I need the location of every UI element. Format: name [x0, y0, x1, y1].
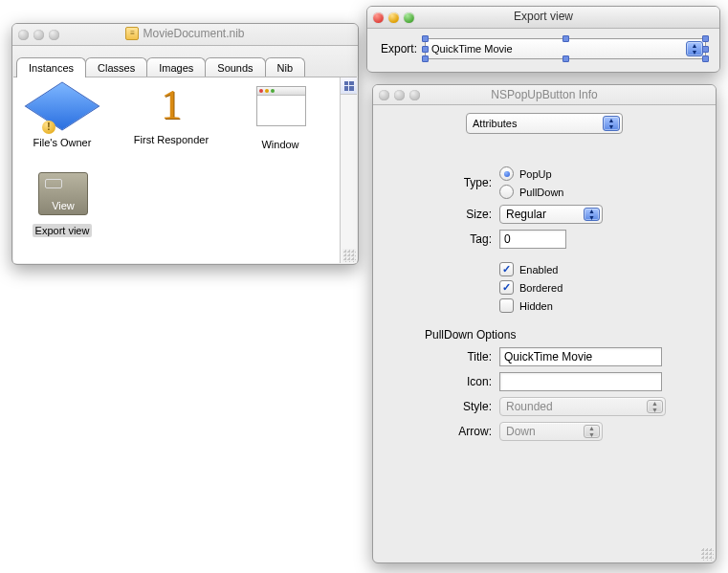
- nib-document-window: ≡ MovieDocument.nib Instances Classes Im…: [11, 23, 359, 265]
- minimize-icon[interactable]: [33, 30, 44, 40]
- item-label: Export view: [33, 224, 93, 237]
- pulldown-style-popup[interactable]: Rounded: [499, 397, 666, 416]
- window-icon: [256, 86, 306, 126]
- export-view-item[interactable]: View Export view: [19, 167, 105, 237]
- type-popup-radio[interactable]: PopUp: [499, 166, 673, 181]
- type-pulldown-radio[interactable]: PullDown: [499, 185, 673, 199]
- resize-handle[interactable]: [700, 547, 714, 561]
- radio-label: PopUp: [519, 168, 552, 180]
- pulldown-arrow-popup[interactable]: Down: [499, 422, 603, 441]
- export-view-window: Export view Export: QuickTime Movie: [366, 6, 720, 73]
- type-label: Type:: [425, 176, 492, 189]
- zoom-icon[interactable]: [49, 30, 59, 40]
- item-label: Window: [258, 138, 301, 151]
- export-label: Export:: [381, 42, 417, 55]
- popup-value: Attributes: [473, 118, 517, 129]
- tab-images[interactable]: Images: [146, 57, 206, 77]
- checkbox-label: Enabled: [519, 264, 558, 275]
- radio-icon: [499, 166, 514, 181]
- titlebar[interactable]: Export view: [367, 7, 719, 29]
- item-label: First Responder: [131, 133, 211, 146]
- export-format-popup[interactable]: QuickTime Movie: [425, 38, 706, 59]
- size-popup[interactable]: Regular: [499, 205, 603, 224]
- minimize-icon[interactable]: [394, 90, 405, 100]
- popup-arrows-icon: [584, 208, 600, 221]
- tab-nib[interactable]: Nib: [265, 57, 306, 77]
- popup-value: QuickTime Movie: [431, 43, 513, 55]
- tag-field[interactable]: [499, 230, 566, 249]
- pulldown-title-field[interactable]: [499, 347, 662, 366]
- minimize-icon[interactable]: [388, 12, 399, 23]
- nib-file-icon: ≡: [125, 27, 139, 40]
- grid-icon: [344, 81, 354, 91]
- radio-label: PullDown: [519, 187, 563, 198]
- checkbox-icon: [499, 262, 514, 276]
- radio-icon: [499, 185, 514, 199]
- zoom-icon[interactable]: [404, 12, 414, 23]
- popup-arrows-icon: [603, 116, 620, 131]
- hidden-checkbox[interactable]: Hidden: [499, 298, 673, 313]
- vertical-scrollbar[interactable]: [340, 77, 357, 263]
- window-item[interactable]: Window: [237, 81, 323, 151]
- bordered-checkbox[interactable]: Bordered: [499, 280, 673, 295]
- popup-arrows-icon: [647, 400, 663, 413]
- pulldown-section-label: PullDown Options: [425, 328, 673, 342]
- close-icon[interactable]: [18, 30, 29, 40]
- window-title: ≡ MovieDocument.nib: [12, 27, 358, 40]
- popup-value: Down: [506, 425, 536, 438]
- pulldown-icon-label: Icon:: [425, 375, 492, 388]
- tab-sounds[interactable]: Sounds: [205, 57, 265, 77]
- close-icon[interactable]: [373, 12, 384, 23]
- checkbox-icon: [499, 298, 514, 313]
- resize-handle[interactable]: [342, 249, 356, 262]
- view-mode-icon-button[interactable]: [341, 77, 357, 95]
- pulldown-icon-field[interactable]: [499, 372, 662, 391]
- window-title: NSPopUpButton Info: [373, 88, 716, 101]
- inspector-mode-popup[interactable]: Attributes: [466, 113, 623, 134]
- nib-icon-view[interactable]: ! File's Owner 1 First Responder Window …: [13, 77, 357, 263]
- pulldown-arrow-label: Arrow:: [425, 425, 492, 438]
- close-icon[interactable]: [379, 90, 389, 100]
- first-responder-item[interactable]: 1 First Responder: [128, 81, 214, 146]
- customview-icon: View: [38, 172, 88, 215]
- tab-classes[interactable]: Classes: [85, 57, 147, 77]
- cube-icon: [25, 81, 100, 130]
- tab-instances[interactable]: Instances: [16, 57, 86, 77]
- tab-bar: Instances Classes Images Sounds Nib: [12, 46, 358, 77]
- tag-label: Tag:: [425, 232, 492, 246]
- warning-badge-icon: !: [42, 121, 55, 134]
- popup-arrows-icon: [686, 41, 703, 56]
- popup-arrows-icon: [584, 425, 600, 438]
- titlebar[interactable]: NSPopUpButton Info: [373, 85, 716, 105]
- inspector-window: NSPopUpButton Info Attributes Type: PopU…: [372, 84, 717, 563]
- window-title: Export view: [367, 10, 719, 23]
- checkbox-icon: [499, 280, 514, 295]
- size-label: Size:: [425, 208, 492, 221]
- pulldown-style-label: Style:: [425, 400, 492, 413]
- checkbox-label: Bordered: [519, 282, 563, 294]
- enabled-checkbox[interactable]: Enabled: [499, 262, 673, 276]
- popup-value: Regular: [506, 208, 546, 221]
- first-responder-icon: 1: [147, 81, 195, 129]
- pulldown-title-label: Title:: [425, 350, 492, 364]
- popup-value: Rounded: [506, 400, 553, 413]
- checkbox-label: Hidden: [519, 300, 553, 312]
- titlebar[interactable]: ≡ MovieDocument.nib: [12, 24, 358, 46]
- files-owner-item[interactable]: ! File's Owner: [19, 81, 105, 149]
- zoom-icon[interactable]: [409, 90, 420, 100]
- item-label: File's Owner: [31, 136, 95, 149]
